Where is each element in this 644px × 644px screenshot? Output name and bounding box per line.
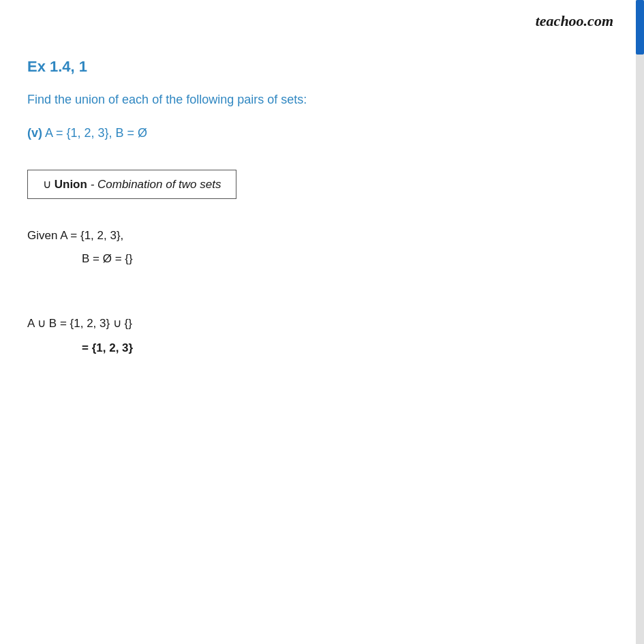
- solution-block: Given A = {1, 2, 3}, B = Ø = {} A ∪ B = …: [27, 225, 600, 359]
- scrollbar[interactable]: [636, 0, 644, 644]
- result-line: = {1, 2, 3}: [82, 337, 600, 359]
- given-line: Given A = {1, 2, 3},: [27, 225, 600, 247]
- brand-logo: teachoo.com: [536, 12, 613, 30]
- part-expression: A = {1, 2, 3}, B = Ø: [45, 126, 147, 140]
- union-symbol: ∪: [43, 178, 51, 191]
- union-word: Union: [55, 178, 87, 191]
- part-label: (v): [27, 126, 42, 140]
- exercise-title: Ex 1.4, 1: [27, 58, 600, 76]
- scrollbar-thumb[interactable]: [636, 0, 644, 55]
- union-description: - Combination of two sets: [91, 178, 221, 191]
- b-line: B = Ø = {}: [82, 248, 600, 270]
- question-text: Find the union of each of the following …: [27, 91, 600, 109]
- question-part: (v) A = {1, 2, 3}, B = Ø: [27, 124, 600, 142]
- page-container: teachoo.com Ex 1.4, 1 Find the union of …: [0, 0, 627, 380]
- union-box: ∪ Union - Combination of two sets: [27, 170, 236, 199]
- aub-line: A ∪ B = {1, 2, 3} ∪ {}: [27, 313, 600, 335]
